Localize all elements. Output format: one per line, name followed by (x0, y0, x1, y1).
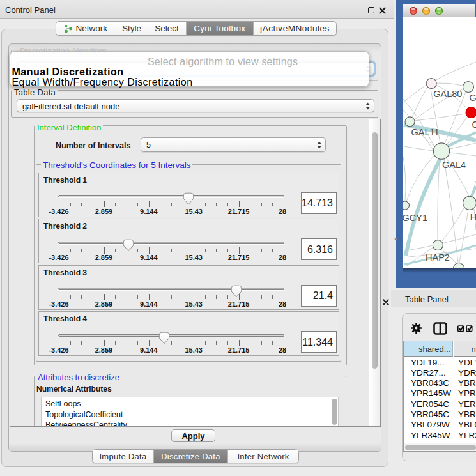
svg-text:HAP2: HAP2 (426, 252, 450, 263)
svg-text:GAL11: GAL11 (411, 127, 439, 137)
svg-text:GAL80: GAL80 (433, 89, 462, 99)
svg-text:HI: HI (470, 212, 476, 222)
svg-text:CY: CY (472, 119, 476, 130)
svg-text:GCY1: GCY1 (403, 213, 427, 223)
svg-text:GA: GA (470, 93, 476, 103)
svg-text:GAL4: GAL4 (442, 160, 466, 170)
